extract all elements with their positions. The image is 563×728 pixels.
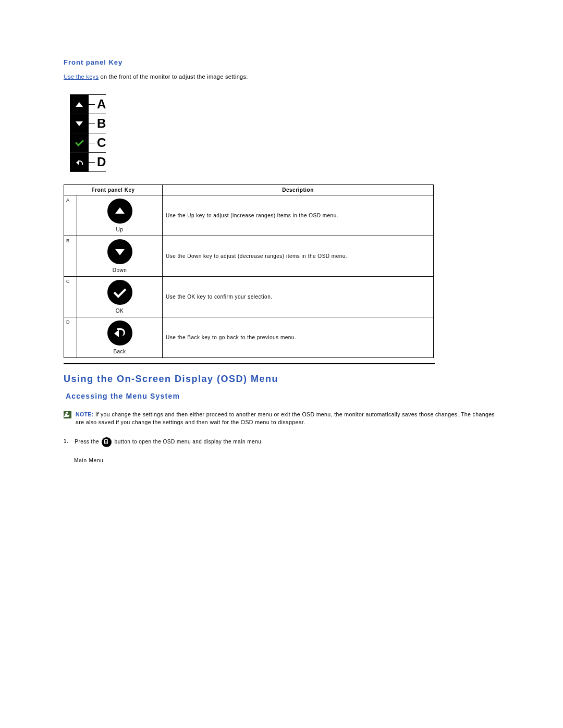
table-row: B Down Use the Down key to adjust (decre… xyxy=(64,236,434,277)
front-panel-illustration: A B C D xyxy=(70,94,106,172)
intro-rest: on the front of the monitor to adjust th… xyxy=(99,73,248,80)
panel-label-d: D xyxy=(97,155,106,169)
row-idx: C xyxy=(64,277,77,317)
key-name: Back xyxy=(79,349,160,354)
step-1: 1. Press the button to open the OSD menu… xyxy=(64,437,500,447)
panel-label-b: B xyxy=(97,116,106,131)
back-arrow-icon xyxy=(76,159,83,165)
table-row: C OK Use the OK key to confirm your sele… xyxy=(64,277,434,317)
note-icon xyxy=(64,411,71,418)
panel-key-down xyxy=(70,114,89,133)
note-label: NOTE: xyxy=(76,411,94,417)
ok-key-icon xyxy=(107,280,132,305)
intro-text: Use the keys on the front of the monitor… xyxy=(64,73,500,80)
use-the-keys-link[interactable]: Use the keys xyxy=(64,73,99,80)
panel-label-c: C xyxy=(97,135,106,150)
panel-key-ok xyxy=(70,133,89,152)
back-arrow-icon xyxy=(114,328,126,338)
heading-osd-menu: Using the On-Screen Display (OSD) Menu xyxy=(64,374,500,385)
note-block: NOTE: If you change the settings and the… xyxy=(64,411,500,426)
row-idx: A xyxy=(64,195,77,236)
key-description: Use the Down key to adjust (decrease ran… xyxy=(163,236,434,277)
step-text-pre: Press the xyxy=(75,439,101,445)
chevron-up-icon xyxy=(115,207,125,214)
back-key-icon xyxy=(107,320,132,346)
table-row: A Up Use the Up key to adjust (increase … xyxy=(64,195,434,236)
section-divider xyxy=(64,363,435,364)
row-idx: D xyxy=(64,317,77,358)
key-name: OK xyxy=(79,308,160,314)
chevron-down-icon xyxy=(76,121,83,126)
panel-label-a: A xyxy=(97,97,106,112)
panel-key-back xyxy=(70,153,89,171)
key-name: Down xyxy=(79,267,160,273)
up-key-icon xyxy=(107,199,132,224)
key-name: Up xyxy=(79,227,160,232)
step-number: 1. xyxy=(64,437,73,446)
key-description: Use the OK key to confirm your selection… xyxy=(163,277,434,317)
table-header-description: Description xyxy=(163,185,434,195)
key-description: Use the Back key to go back to the previ… xyxy=(163,317,434,358)
chevron-up-icon xyxy=(76,102,83,107)
chevron-down-icon xyxy=(115,249,125,255)
main-menu-label: Main Menu xyxy=(74,458,500,463)
row-idx: B xyxy=(64,236,77,277)
down-key-icon xyxy=(107,239,132,264)
table-header-key: Front panel Key xyxy=(64,185,163,195)
check-icon xyxy=(113,285,126,298)
panel-key-up xyxy=(70,95,89,114)
note-text: If you change the settings and then eith… xyxy=(76,411,495,425)
step-text-post: button to open the OSD menu and display … xyxy=(115,439,263,445)
section-title-front-panel: Front panel Key xyxy=(64,58,500,66)
front-panel-key-table: Front panel Key Description A Up Use the… xyxy=(64,184,434,358)
key-description: Use the Up key to adjust (increase range… xyxy=(163,195,434,236)
menu-button-icon xyxy=(102,437,112,447)
heading-accessing-menu: Accessing the Menu System xyxy=(66,392,500,400)
table-row: D Back Use the Back key to go back to th… xyxy=(64,317,434,358)
check-icon xyxy=(75,138,84,146)
